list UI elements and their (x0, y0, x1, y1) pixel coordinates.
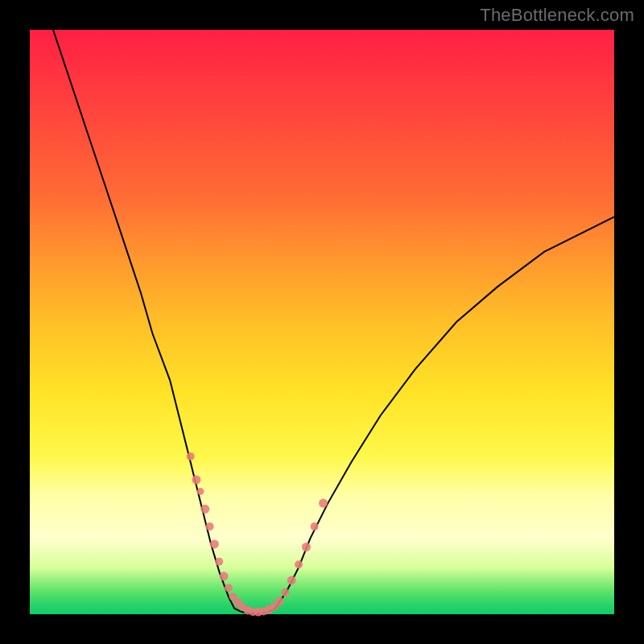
bead (210, 539, 219, 548)
bead (220, 572, 229, 580)
plot-area (30, 30, 614, 614)
bead (206, 522, 214, 530)
bead (187, 452, 195, 460)
bead (302, 543, 311, 551)
curve-svg (30, 30, 614, 614)
bead (281, 588, 289, 597)
bead (287, 576, 296, 584)
bead (192, 476, 200, 485)
bead (200, 505, 209, 514)
chart-frame: TheBottleneck.com (0, 0, 644, 644)
watermark-text: TheBottleneck.com (480, 5, 634, 26)
bead-group (187, 452, 328, 617)
bead (197, 488, 204, 495)
bottleneck-curve (53, 30, 614, 613)
bead (215, 558, 223, 566)
bead (275, 597, 284, 606)
bead (311, 522, 319, 530)
bead (295, 560, 303, 568)
bead (225, 584, 233, 592)
bead (319, 499, 328, 508)
